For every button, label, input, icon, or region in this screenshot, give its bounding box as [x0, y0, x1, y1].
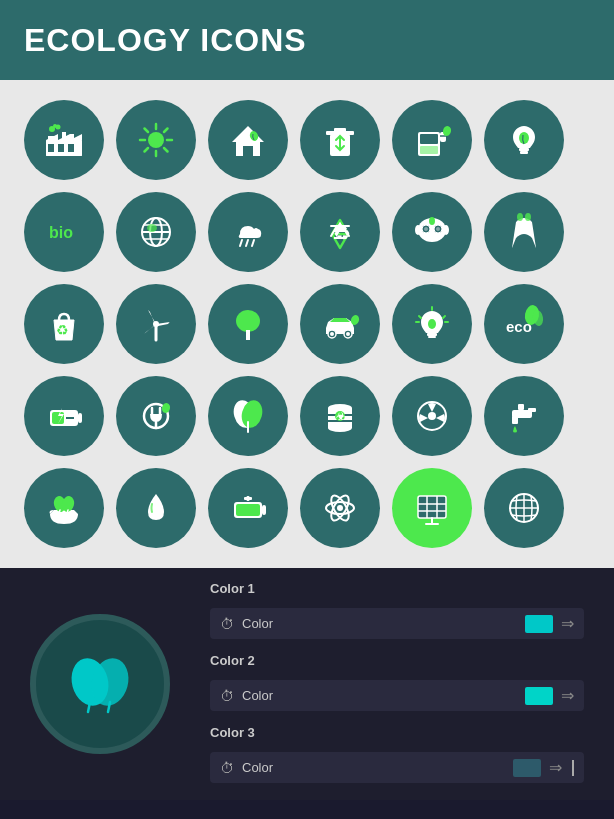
color1-row[interactable]: ⏱ Color ⇒ — [210, 608, 584, 639]
eco-house-icon[interactable] — [208, 100, 288, 180]
svg-line-17 — [164, 148, 168, 152]
icon-row-4: ☣ — [24, 376, 590, 456]
color1-timer-icon: ⏱ — [220, 616, 234, 632]
icon-row-3: ♻ — [24, 284, 590, 364]
color1-arrow-icon[interactable]: ⇒ — [561, 614, 574, 633]
color2-swatch[interactable] — [525, 687, 553, 705]
svg-rect-60 — [246, 330, 250, 340]
color2-row[interactable]: ⏱ Color ⇒ — [210, 680, 584, 711]
svg-rect-31 — [519, 148, 529, 151]
eco-car-icon[interactable] — [300, 284, 380, 364]
solar-panel-icon[interactable] — [392, 468, 472, 548]
svg-rect-66 — [427, 333, 437, 336]
faucet-icon[interactable] — [484, 376, 564, 456]
leaf-duo-icon[interactable] — [208, 376, 288, 456]
svg-rect-32 — [520, 151, 528, 154]
svg-point-52 — [443, 225, 449, 235]
svg-rect-111 — [247, 496, 250, 501]
color3-arrow-icon[interactable]: ⇒ — [549, 758, 562, 777]
svg-point-64 — [346, 332, 350, 336]
svg-rect-101 — [512, 416, 518, 424]
svg-point-48 — [424, 227, 428, 231]
radiation-icon[interactable] — [392, 376, 472, 456]
recycle-arrows-icon[interactable]: ♻ — [300, 192, 380, 272]
bio-icon[interactable]: bio — [24, 192, 104, 272]
svg-rect-108 — [262, 505, 266, 515]
recycle-bin-icon[interactable] — [300, 100, 380, 180]
color1-swatch[interactable] — [525, 615, 553, 633]
svg-rect-6 — [58, 144, 64, 152]
factory-icon[interactable] — [24, 100, 104, 180]
shopping-bag-recycle-icon[interactable]: ♻ — [24, 284, 104, 364]
hand-leaves-icon[interactable] — [24, 468, 104, 548]
svg-rect-7 — [68, 144, 74, 152]
svg-text:☣: ☣ — [336, 411, 345, 422]
color3-label: Color 3 — [210, 725, 584, 740]
svg-point-11 — [148, 132, 164, 148]
gas-mask-icon[interactable] — [392, 192, 472, 272]
svg-rect-5 — [48, 144, 54, 152]
svg-text:bio: bio — [49, 224, 73, 241]
battery-full-icon[interactable] — [208, 468, 288, 548]
lightbulb-icon[interactable] — [484, 100, 564, 180]
color2-label: Color 2 — [210, 653, 584, 668]
svg-rect-27 — [420, 134, 438, 144]
svg-point-33 — [519, 132, 529, 144]
svg-text:♻: ♻ — [333, 222, 351, 244]
eco-text-icon[interactable]: eco — [484, 284, 564, 364]
color3-row-label: Color — [242, 760, 505, 775]
power-plug-icon[interactable] — [116, 376, 196, 456]
atom-icon[interactable] — [300, 468, 380, 548]
color2-arrow-icon[interactable]: ⇒ — [561, 686, 574, 705]
color3-swatch[interactable] — [513, 759, 541, 777]
svg-rect-24 — [334, 128, 346, 132]
header: ECOLOGY ICONS — [0, 0, 614, 80]
svg-line-70 — [419, 316, 421, 318]
svg-rect-67 — [428, 336, 436, 338]
svg-rect-100 — [518, 404, 524, 410]
globe-icon[interactable] — [116, 192, 196, 272]
barrel-icon[interactable]: ☣ — [300, 376, 380, 456]
svg-line-42 — [246, 240, 248, 246]
svg-point-112 — [337, 505, 343, 511]
water-drop-icon[interactable] — [116, 468, 196, 548]
svg-rect-116 — [418, 496, 446, 518]
svg-point-59 — [236, 310, 260, 332]
icon-row-5 — [24, 468, 590, 548]
svg-rect-50 — [429, 237, 435, 241]
sun-energy-icon[interactable] — [116, 100, 196, 180]
svg-line-41 — [240, 240, 242, 246]
color3-row[interactable]: ⏱ Color ⇒ — [210, 752, 584, 783]
world-grid-icon[interactable] — [484, 468, 564, 548]
svg-rect-79 — [52, 412, 64, 424]
svg-line-19 — [145, 148, 149, 152]
color3-timer-icon: ⏱ — [220, 760, 234, 776]
color1-label: Color 1 — [210, 581, 584, 596]
svg-point-85 — [161, 402, 171, 414]
cursor — [572, 760, 574, 776]
svg-point-10 — [53, 124, 57, 128]
color2-row-label: Color — [242, 688, 517, 703]
bottom-panel: Color 1 ⏱ Color ⇒ Color 2 ⏱ Color ⇒ Colo… — [0, 568, 614, 800]
svg-rect-80 — [66, 417, 74, 419]
color1-row-label: Color — [242, 616, 517, 631]
svg-point-91 — [328, 424, 352, 432]
svg-point-73 — [428, 319, 436, 329]
battery-icon[interactable] — [24, 376, 104, 456]
svg-rect-28 — [420, 146, 438, 154]
color-controls: Color 1 ⏱ Color ⇒ Color 2 ⏱ Color ⇒ Colo… — [210, 581, 584, 787]
cloud-rain-icon[interactable] — [208, 192, 288, 272]
wind-turbine-icon[interactable] — [116, 284, 196, 364]
eco-bulb-sparkle-icon[interactable] — [392, 284, 472, 364]
svg-text:eco: eco — [506, 318, 532, 335]
gas-station-icon[interactable] — [392, 100, 472, 180]
svg-text:♻: ♻ — [56, 322, 69, 338]
nuclear-power-icon[interactable] — [484, 192, 564, 272]
svg-line-69 — [443, 316, 445, 318]
svg-rect-20 — [243, 146, 253, 156]
icon-row-2: bio — [24, 192, 590, 272]
color2-timer-icon: ⏱ — [220, 688, 234, 704]
svg-point-96 — [428, 412, 436, 420]
svg-rect-109 — [236, 504, 260, 516]
tree-icon[interactable] — [208, 284, 288, 364]
